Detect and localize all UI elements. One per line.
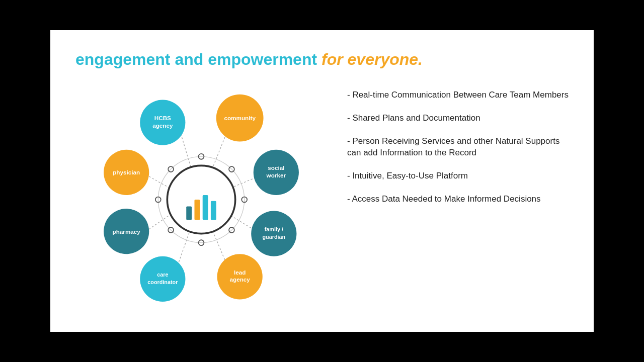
svg-text:physician: physician <box>113 169 140 175</box>
svg-rect-21 <box>211 201 216 220</box>
feature-item-3: - Person Receiving Services and other Na… <box>347 135 569 159</box>
svg-text:worker: worker <box>266 172 286 178</box>
svg-text:HCBS: HCBS <box>154 115 171 121</box>
feature-item-4: - Intuitive, Easy-to-Use Platform <box>347 170 569 182</box>
svg-rect-19 <box>194 200 200 220</box>
svg-text:lead: lead <box>234 269 246 276</box>
feature-item-5: - Access Data Needed to Make Informed De… <box>347 193 569 205</box>
svg-text:agency: agency <box>229 276 250 283</box>
feature-item-1: - Real-time Communication Between Care T… <box>347 89 569 101</box>
svg-text:agency: agency <box>152 122 173 129</box>
svg-text:guardian: guardian <box>262 234 285 240</box>
title-prefix: engagement and empowerment <box>75 50 321 68</box>
svg-text:social: social <box>268 164 284 171</box>
diagram: HCBS agency community social worker fami… <box>75 84 327 315</box>
svg-text:coordinator: coordinator <box>147 279 178 285</box>
svg-rect-20 <box>203 195 208 220</box>
svg-point-17 <box>167 165 235 233</box>
svg-text:family /: family / <box>265 226 283 232</box>
slide: engagement and empowerment for everyone. <box>50 30 594 332</box>
diagram-svg: HCBS agency community social worker fami… <box>75 84 327 315</box>
content-area: HCBS agency community social worker fami… <box>75 84 569 315</box>
svg-text:community: community <box>224 115 256 121</box>
svg-text:care: care <box>157 272 168 278</box>
svg-text:pharmacy: pharmacy <box>112 228 140 235</box>
feature-item-2: - Shared Plans and Documentation <box>347 112 569 124</box>
title-highlight: for everyone. <box>321 50 423 68</box>
svg-rect-18 <box>186 207 192 220</box>
slide-title: engagement and empowerment for everyone. <box>75 50 569 69</box>
features-list: - Real-time Communication Between Care T… <box>347 84 569 216</box>
